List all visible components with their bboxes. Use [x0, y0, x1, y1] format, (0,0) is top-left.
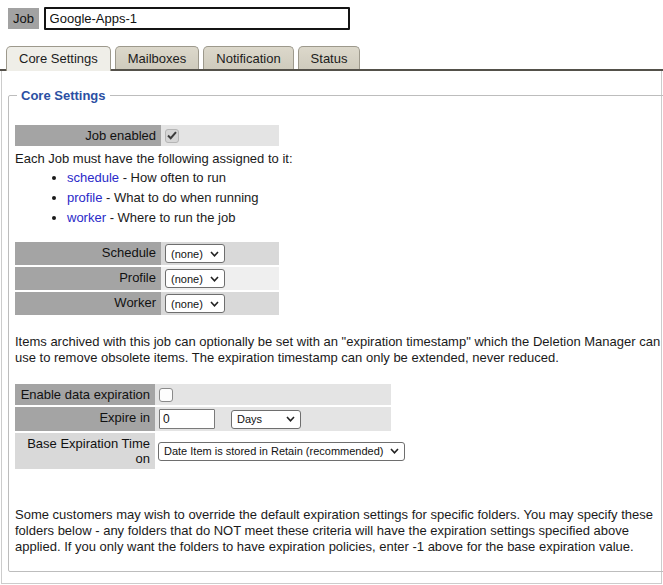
chevron-down-icon: [210, 301, 219, 307]
expire-in-input[interactable]: [159, 409, 215, 429]
profile-select-value: (none): [171, 273, 203, 285]
worker-row: Worker (none): [15, 292, 663, 315]
expiration-table: Enable data expiration Expire in Days: [15, 384, 663, 469]
base-expiration-row: Base Expiration Time on Date Item is sto…: [15, 433, 663, 469]
job-enabled-label: Job enabled: [15, 125, 161, 146]
folders-note: Some customers may wish to override the …: [15, 507, 663, 555]
enable-expiration-checkbox[interactable]: [159, 388, 173, 402]
list-item-text: - What to do when running: [102, 190, 258, 205]
job-field-label: Job: [8, 8, 39, 29]
list-item-text: - Where to run the job: [106, 210, 235, 225]
schedule-select-value: (none): [171, 248, 203, 260]
chevron-down-icon: [286, 416, 295, 422]
job-name-input[interactable]: [44, 7, 350, 30]
expire-in-label: Expire in: [15, 407, 155, 431]
core-settings-fieldset: Core Settings Job enabled Each Job must …: [8, 88, 663, 572]
schedule-select[interactable]: (none): [165, 244, 225, 263]
tab-mailboxes[interactable]: Mailboxes: [115, 46, 200, 69]
job-enabled-row: Job enabled: [15, 125, 663, 146]
tab-bar: Core Settings Mailboxes Notification Sta…: [0, 45, 663, 71]
profile-label: Profile: [15, 267, 161, 290]
base-expiration-value: Date Item is stored in Retain (recommend…: [164, 445, 383, 457]
worker-label: Worker: [15, 292, 161, 315]
schedule-row: Schedule (none): [15, 242, 663, 265]
list-item: schedule - How often to run: [67, 169, 663, 186]
enable-expiration-label: Enable data expiration: [15, 384, 155, 405]
chevron-down-icon: [390, 448, 399, 454]
assignment-intro: Each Job must have the following assigne…: [15, 151, 663, 166]
list-item: worker - Where to run the job: [67, 209, 663, 226]
enable-expiration-row: Enable data expiration: [15, 384, 663, 405]
profile-link[interactable]: profile: [67, 190, 102, 205]
list-item: profile - What to do when running: [67, 189, 663, 206]
job-bar: Job: [0, 0, 663, 34]
tab-status[interactable]: Status: [298, 46, 361, 69]
expire-unit-select[interactable]: Days: [231, 410, 301, 429]
job-enabled-table: Job enabled: [15, 125, 663, 146]
schedule-link[interactable]: schedule: [67, 170, 119, 185]
profile-row: Profile (none): [15, 267, 663, 290]
tab-notification[interactable]: Notification: [203, 46, 293, 69]
selector-table: Schedule (none) Profile (none): [15, 242, 663, 315]
assignment-list: schedule - How often to run profile - Wh…: [67, 169, 663, 226]
base-expiration-label: Base Expiration Time on: [15, 433, 155, 469]
worker-link[interactable]: worker: [67, 210, 106, 225]
check-icon: [167, 131, 177, 140]
list-item-text: - How often to run: [119, 170, 226, 185]
profile-select[interactable]: (none): [165, 269, 225, 288]
tab-core-settings[interactable]: Core Settings: [6, 46, 111, 71]
expire-in-row: Expire in Days: [15, 407, 663, 431]
tab-content-panel: Core Settings Job enabled Each Job must …: [1, 71, 662, 584]
chevron-down-icon: [210, 251, 219, 257]
expiration-note: Items archived with this job can optiona…: [15, 334, 663, 366]
expire-unit-value: Days: [237, 413, 262, 425]
base-expiration-select[interactable]: Date Item is stored in Retain (recommend…: [158, 442, 405, 461]
schedule-label: Schedule: [15, 242, 161, 265]
worker-select-value: (none): [171, 298, 203, 310]
job-enabled-checkbox[interactable]: [165, 129, 179, 143]
core-settings-legend: Core Settings: [17, 88, 110, 103]
worker-select[interactable]: (none): [165, 294, 225, 313]
chevron-down-icon: [210, 276, 219, 282]
